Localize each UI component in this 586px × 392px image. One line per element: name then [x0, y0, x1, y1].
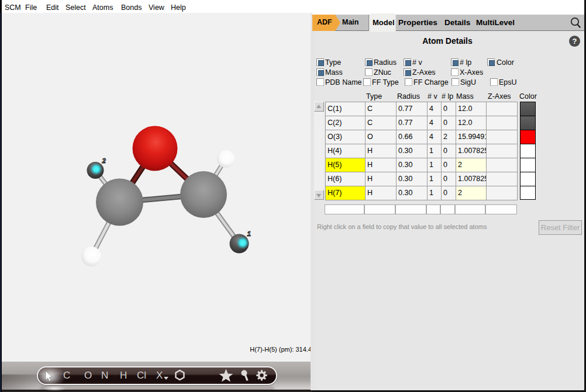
svg-text:1: 1	[247, 230, 251, 237]
svg-text:2: 2	[102, 157, 106, 164]
